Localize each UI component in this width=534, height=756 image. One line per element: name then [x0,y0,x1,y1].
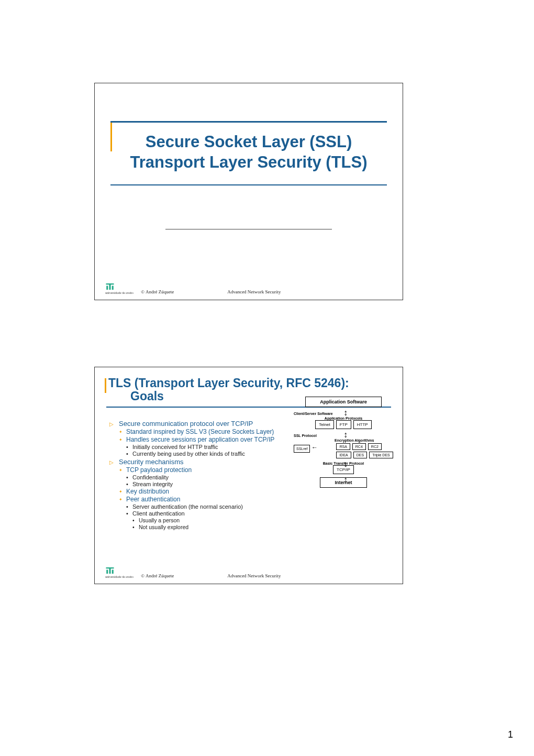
bullet-l3: Server authentication (the normal scenar… [126,503,287,510]
bullet-l3: Currently being used by other kinds of t… [126,451,287,457]
slide-body: Secure communication protocol over TCP/I… [109,420,287,531]
bullet-l1: Secure communication protocol over TCP/I… [109,420,287,457]
slide-2: TLS (Transport Layer Security, RFC 5246)… [94,367,403,584]
bullet-text: Usually a person [139,517,180,523]
divider [165,229,332,229]
diagram-row-protocols: Telnet FTP HTTP [294,420,393,429]
title-accent [105,378,106,393]
svg-rect-5 [109,568,111,574]
svg-rect-0 [106,286,108,290]
bullet-l3: Initially conceived for HTTP traffic [126,444,287,450]
diagram-app-software: Application Software [305,397,382,407]
diagram-idea: IDEA [336,452,351,458]
title-line-1: Secure Socket Layer (SSL) [146,133,352,151]
title-line-2: Transport Layer Security (TLS) [130,153,367,171]
bullet-text: Currently being used by other kinds of t… [132,451,245,457]
slide-footer: universidade de aveiro © André Zúquete A… [105,282,392,294]
svg-rect-1 [109,284,111,290]
copyright: © André Zúquete [141,573,174,578]
bullet-l2: Key distribution [119,488,287,495]
university-name: universidade de aveiro [105,575,134,578]
university-name: universidade de aveiro [105,291,134,294]
bullet-l2: TCP payload protection Confidentiality S… [119,466,287,487]
slide-1: Secure Socket Layer (SSL) Transport Laye… [94,83,403,300]
diagram-ftp: FTP [336,420,351,429]
bullet-l2: Peer authentication Server authenticatio… [119,496,287,530]
bullet-text: Not usually explored [139,524,188,530]
bullet-l3: Stream integrity [126,481,287,487]
diagram-3des: Triple DES [369,452,393,458]
university-logo: universidade de aveiro [105,566,134,578]
course-name: Advanced Network Security [227,573,281,578]
bullet-l4: Usually a person [132,517,287,523]
diagram-sslref: SSLref [294,445,310,453]
bullet-text: Standard inspired by SSL V3 (Secure Sock… [126,428,274,435]
bullet-text: Peer authentication [126,496,180,503]
copyright: © André Zúquete [141,289,174,294]
svg-rect-4 [106,570,108,574]
diagram-des: DES [353,452,367,458]
bullet-text: Confidentiality [132,474,169,480]
diagram-enc-wrap: SSLref Encryption Algorithms RSA RC4 RC2… [294,439,393,458]
bullet-text: Server authentication (the normal scenar… [132,503,243,510]
svg-rect-3 [106,283,114,284]
diagram-rsa: RSA [336,443,350,450]
bullet-l1: Security mechanisms TCP payload protecti… [109,458,287,530]
svg-rect-2 [112,286,114,290]
diagram-rc4: RC4 [352,443,366,450]
title-block: Secure Socket Layer (SSL) Transport Laye… [110,121,387,185]
diagram-telnet: Telnet [315,420,333,429]
diagram-http: HTTP [353,420,372,429]
bullet-l2: Handles secure sessions per application … [119,436,287,457]
bullet-l4: Not usually explored [132,524,287,530]
ssl-stack-diagram: Application Software Client/Server Softw… [294,397,393,488]
slide-footer: universidade de aveiro © André Zúquete A… [105,566,392,578]
bullet-text: Secure communication protocol over TCP/I… [119,420,253,428]
page-number: 1 [508,729,513,740]
bullet-text: Initially conceived for HTTP traffic [132,444,218,450]
bullet-l2: Standard inspired by SSL V3 (Secure Sock… [119,428,287,435]
bullet-text: TCP payload protection [126,466,192,474]
diagram-label-appproto: Application Protocols [294,417,393,420]
slide-title: Secure Socket Layer (SSL) Transport Laye… [110,132,387,173]
diagram-rc2: RC2 [368,443,382,450]
bullet-l3: Client authentication Usually a person N… [126,510,287,530]
university-logo: universidade de aveiro [105,282,134,294]
bullet-text: Client authentication [132,510,185,517]
course-name: Advanced Network Security [227,289,281,294]
diagram-label-encalg: Encryption Algorithms [315,439,393,442]
svg-rect-6 [112,570,114,574]
bullet-l3: Confidentiality [126,474,287,480]
bullet-text: Stream integrity [132,481,173,487]
bullet-text: Key distribution [126,488,169,495]
title-main: TLS (Transport Layer Security, RFC 5246)… [108,376,349,390]
bullet-text: Security mechanisms [119,458,184,466]
svg-rect-7 [106,567,114,568]
bullet-text: Handles secure sessions per application … [126,436,274,443]
